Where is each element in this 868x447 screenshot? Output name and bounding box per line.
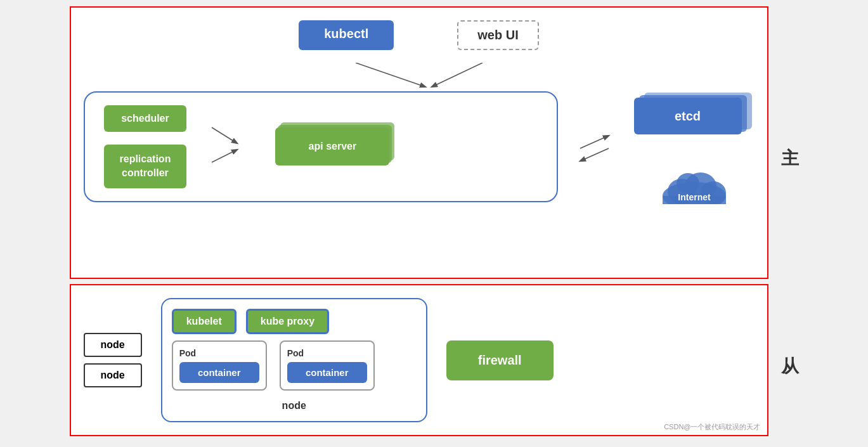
container1-box: container: [179, 362, 259, 383]
svg-line-1: [432, 63, 483, 87]
pods-row: Pod container Pod container: [172, 340, 417, 391]
node-box-2: node: [84, 363, 142, 387]
master-label: 主: [781, 146, 799, 171]
slave-label: 从: [781, 354, 799, 379]
pod1-label: Pod: [179, 348, 259, 358]
node-inner-box: kubelet kube proxy Pod container Pod: [161, 298, 427, 422]
kubelet-row: kubelet kube proxy: [172, 309, 417, 334]
svg-point-10: [677, 173, 699, 193]
svg-text:Internet: Internet: [678, 192, 711, 202]
kubelet-box: kubelet: [172, 309, 236, 334]
svg-line-2: [212, 127, 237, 143]
api-etcd-arrow-svg: [577, 129, 615, 193]
node-list: node node: [84, 333, 142, 387]
svg-line-3: [212, 150, 237, 162]
master-section: kubectl web UI: [70, 6, 768, 279]
etcd-stack-wrapper: etcd: [634, 98, 755, 142]
top-inputs-row: kubectl web UI: [299, 20, 538, 50]
left-controllers: scheduler replication controller: [104, 105, 187, 188]
scheduler-box: scheduler: [104, 105, 187, 132]
api-server-box: api server: [275, 127, 389, 165]
webui-box: web UI: [457, 20, 538, 50]
mid-row: scheduler replication controller: [84, 91, 755, 212]
kubectl-box: kubectl: [299, 20, 394, 50]
top-arrows-svg: [292, 63, 546, 88]
watermark: CSDN@一个被代码耽误的天才: [664, 422, 760, 432]
container2-box: container: [287, 362, 367, 383]
right-side: etcd Intern: [634, 98, 755, 212]
api-server-container: api server: [275, 127, 389, 165]
master-diagram: kubectl web UI: [84, 20, 755, 212]
pod2-label: Pod: [287, 348, 367, 358]
svg-line-0: [356, 63, 425, 87]
slave-section: node node kubelet kube proxy Pod: [70, 284, 768, 436]
firewall-box: firewall: [446, 340, 554, 380]
node-bottom-label: node: [172, 400, 417, 411]
pod2-outer: Pod container: [280, 340, 375, 391]
kube-proxy-box: kube proxy: [246, 309, 329, 334]
svg-rect-12: [663, 204, 726, 212]
etcd-box: etcd: [634, 98, 742, 134]
replication-controller-box: replication controller: [104, 145, 187, 188]
pod1-outer: Pod container: [172, 340, 267, 391]
node-box-1: node: [84, 333, 142, 357]
replication-controller-label: replication controller: [120, 153, 171, 178]
bottom-content: node node kubelet kube proxy Pod: [84, 298, 755, 422]
internet-cloud-svg: Internet: [653, 161, 735, 212]
svg-line-5: [580, 148, 609, 161]
control-plane-box: scheduler replication controller: [84, 91, 558, 202]
mid-arrows-svg: [205, 115, 243, 178]
svg-line-4: [580, 136, 609, 148]
